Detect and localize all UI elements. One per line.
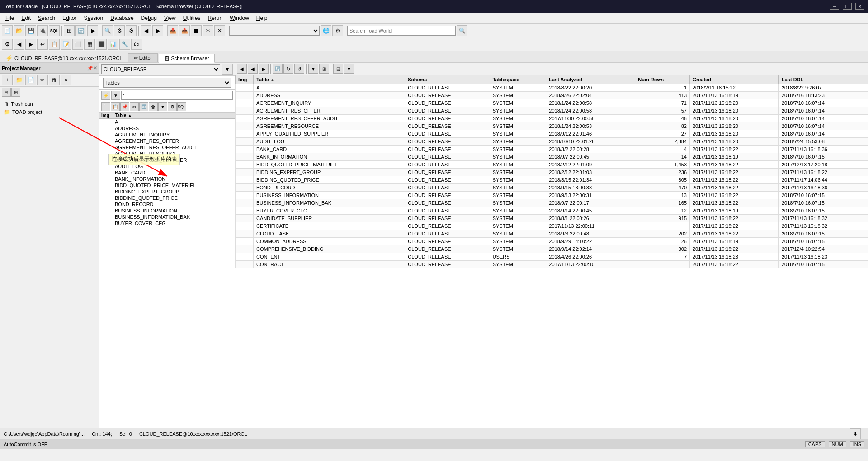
obj-sql-btn[interactable]: SQL [177, 102, 186, 111]
obj-cut-btn[interactable]: ✂ [130, 102, 139, 111]
menu-edit[interactable]: Edit [18, 14, 34, 22]
filter-input[interactable] [121, 91, 233, 100]
ins-indicator[interactable]: INS [850, 441, 864, 447]
menu-rerun[interactable]: Rerun [204, 14, 226, 22]
sec-btn1[interactable]: ⚙ [2, 39, 13, 50]
sec-btn5[interactable]: 📋 [49, 39, 60, 50]
sec-btn7[interactable]: ⬜ [72, 39, 83, 50]
search-toad-btn[interactable]: 🔍 [457, 25, 467, 36]
obj-delete-btn[interactable]: 🗑 [149, 102, 158, 111]
list-item[interactable]: A [99, 119, 235, 125]
add-item-btn[interactable]: + [2, 75, 13, 85]
table-row[interactable]: AUDIT_LOG CLOUD_RELEASE SYSTEM 2018/10/1… [236, 138, 868, 146]
table-row[interactable]: BUSINESS_INFORMATION CLOUD_RELEASE SYSTE… [236, 192, 868, 199]
table-row[interactable]: BIDD_QUOTED_PRICE_MATERIEL CLOUD_RELEASE… [236, 161, 868, 169]
edit-item-btn[interactable]: ✏ [37, 75, 48, 85]
panel-pin-btn[interactable]: 📌 [87, 66, 93, 71]
table-row[interactable]: CONTENT CLOUD_RELEASE USERS 2018/4/26 22… [236, 253, 868, 261]
cross-btn[interactable]: ✕ [214, 25, 225, 36]
db-btn[interactable]: 🔌 [37, 25, 48, 36]
menu-database[interactable]: Database [107, 14, 137, 22]
rt-filter-btn[interactable]: ▼ [308, 64, 318, 74]
schema-btn[interactable]: ⊞ [64, 25, 75, 36]
table-row[interactable]: AGREEMENT_INQUIRY CLOUD_RELEASE SYSTEM 2… [236, 99, 868, 107]
menu-debug[interactable]: Debug [137, 14, 160, 22]
rt-refresh2-btn[interactable]: ↻ [283, 64, 293, 74]
save-btn[interactable]: 💾 [25, 25, 36, 36]
download-btn[interactable]: ⬇ [850, 428, 861, 439]
menu-utilities[interactable]: Utilities [179, 14, 204, 22]
table-row[interactable]: BIDDING_QUOTED_PRICE CLOUD_RELEASE SYSTE… [236, 176, 868, 184]
th-table[interactable]: Table ▲ [254, 75, 405, 84]
obj-copy-btn[interactable]: 📋 [111, 102, 120, 111]
new-btn[interactable]: 📄 [2, 25, 13, 36]
table-row[interactable]: BUYER_COVER_CFG CLOUD_RELEASE SYSTEM 201… [236, 207, 868, 215]
list-item[interactable]: BUSINESS_INFORMATION [99, 207, 235, 214]
settings-btn[interactable]: ⚙ [114, 25, 125, 36]
workspace-select[interactable] [229, 26, 320, 36]
table-row[interactable]: BOND_RECORD CLOUD_RELEASE SYSTEM 2018/9/… [236, 184, 868, 192]
next-btn[interactable]: ▶ [152, 25, 163, 36]
list-item[interactable]: BANK_CARD [99, 169, 235, 176]
list-item[interactable]: APPLY_QUALIFIED_SUPPLIER [99, 157, 235, 163]
table-row[interactable]: A CLOUD_RELEASE SYSTEM 2018/8/22 22:00:2… [236, 84, 868, 92]
tree-view-btn[interactable]: ⊟ [2, 88, 11, 97]
menu-search[interactable]: Search [34, 14, 59, 22]
folder-btn[interactable]: 📁 [14, 75, 24, 85]
run-btn[interactable]: ▶ [87, 25, 98, 36]
object-type-dropdown[interactable]: Tables [103, 78, 231, 88]
prev-btn[interactable]: ◀ [141, 25, 151, 36]
menu-editor[interactable]: Editor [59, 14, 80, 22]
rt-prev-btn[interactable]: ◀ [237, 64, 247, 74]
sec-btn12[interactable]: 🗂 [131, 39, 142, 50]
rt-columns-btn[interactable]: ⊞ [319, 64, 329, 74]
table-row[interactable]: ADDRESS CLOUD_RELEASE SYSTEM 2018/9/26 2… [236, 92, 868, 99]
list-item[interactable]: BANK_INFORMATION [99, 176, 235, 182]
restore-button[interactable]: ❐ [843, 3, 852, 10]
options-btn[interactable]: ⚙ [126, 25, 137, 36]
rt-back-btn[interactable]: ◀ [248, 64, 258, 74]
table-row[interactable]: BANK_CARD CLOUD_RELEASE SYSTEM 2018/3/2 … [236, 146, 868, 153]
import-btn[interactable]: 📥 [179, 25, 190, 36]
table-row[interactable]: CONTRACT CLOUD_RELEASE SYSTEM 2017/11/13… [236, 261, 868, 268]
table-row[interactable]: CANDIDATE_SUPPLIER CLOUD_RELEASE SYSTEM … [236, 215, 868, 222]
workspace-btn2[interactable]: ⚙ [332, 25, 343, 36]
sec-btn2[interactable]: ◀ [14, 39, 24, 50]
sec-btn4[interactable]: ↩ [37, 39, 48, 50]
export-btn[interactable]: 📤 [167, 25, 178, 36]
schema-dropdown[interactable]: CLOUD_RELEASE [101, 64, 220, 74]
list-item[interactable]: ADDRESS [99, 125, 235, 132]
list-item[interactable]: BIDDING_EXPERT_GROUP [99, 188, 235, 195]
workspace-btn1[interactable]: 🌐 [321, 25, 331, 36]
list-item[interactable]: AGREEMENT_INQUIRY [99, 132, 235, 138]
table-row[interactable]: AGREEMENT_RESOURCE CLOUD_RELEASE SYSTEM … [236, 122, 868, 130]
table-row[interactable]: COMMON_ADDRESS CLOUD_RELEASE SYSTEM 2018… [236, 238, 868, 245]
table-row[interactable]: AGREEMENT_RES_OFFER CLOUD_RELEASE SYSTEM… [236, 107, 868, 115]
sec-btn11[interactable]: 🔧 [119, 39, 130, 50]
table-row[interactable]: BANK_INFORMATION CLOUD_RELEASE SYSTEM 20… [236, 153, 868, 161]
obj-rename-btn[interactable]: 🔤 [139, 102, 148, 111]
list-item[interactable]: BOND_RECORD [99, 201, 235, 207]
filter-icon-btn[interactable]: ⚡ [101, 91, 110, 100]
rt-refresh-btn[interactable]: 🔄 [273, 64, 283, 74]
close-button[interactable]: ✕ [855, 3, 864, 10]
obj-filter-btn[interactable]: ▼ [158, 102, 167, 111]
table-row[interactable]: AGREEMENT_RES_OFFER_AUDIT CLOUD_RELEASE … [236, 115, 868, 122]
menu-help[interactable]: Help [253, 14, 271, 22]
minimize-button[interactable]: ─ [830, 3, 839, 10]
obj-new-btn[interactable]: ⬜ [101, 102, 110, 111]
rt-refresh3-btn[interactable]: ↺ [294, 64, 304, 74]
menu-view[interactable]: View [160, 14, 179, 22]
menu-file[interactable]: File [2, 14, 18, 22]
sec-btn10[interactable]: 📊 [108, 39, 118, 50]
obj-paste-btn[interactable]: 📌 [120, 102, 129, 111]
file-btn[interactable]: 📄 [25, 75, 36, 85]
list-item[interactable]: AGREEMENT_RES_OFFER_AUDIT [99, 144, 235, 151]
rt-view-btn[interactable]: ⊟ [333, 64, 343, 74]
tab-schema-browser[interactable]: 🗄 Schema Browser [159, 54, 215, 63]
filter-arrow-btn[interactable]: ▼ [111, 91, 120, 100]
table-row[interactable]: APPLY_QUALIFIED_SUPPLIER CLOUD_RELEASE S… [236, 130, 868, 138]
find-btn[interactable]: 🔍 [102, 25, 113, 36]
schema-refresh-btn[interactable]: ▼ [222, 64, 233, 75]
data-table-container[interactable]: Img Table ▲ Schema Tablespace Last Analy… [235, 75, 868, 428]
